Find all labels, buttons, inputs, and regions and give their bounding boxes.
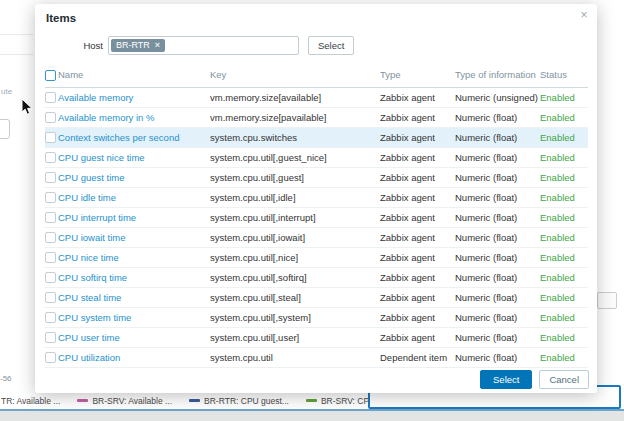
row-checkbox[interactable] — [45, 232, 56, 243]
table-row[interactable]: Available memory vm.memory.size[availabl… — [45, 87, 588, 107]
item-info: Numeric (float) — [455, 332, 517, 343]
select-all-checkbox[interactable] — [45, 70, 56, 81]
status-badge: Enabled — [540, 212, 575, 223]
host-select-button[interactable]: Select — [308, 36, 354, 55]
item-key: system.cpu.util[,iowait] — [210, 232, 305, 243]
item-key: system.cpu.util[,interrupt] — [210, 212, 316, 223]
table-row[interactable]: CPU idle time system.cpu.util[,idle] Zab… — [45, 187, 588, 207]
item-type: Zabbix agent — [380, 252, 435, 263]
row-checkbox[interactable] — [45, 352, 56, 363]
table-row[interactable]: CPU user time system.cpu.util[,user] Zab… — [45, 327, 588, 347]
table-row[interactable]: CPU nice time system.cpu.util[,nice] Zab… — [45, 247, 588, 267]
item-key: system.cpu.util — [210, 352, 273, 363]
item-type: Zabbix agent — [380, 172, 435, 183]
table-row[interactable]: Available memory in % vm.memory.size[pav… — [45, 107, 588, 127]
background-divider — [0, 54, 33, 55]
item-type: Zabbix agent — [380, 332, 435, 343]
legend-item: BR-RTR: CPU guest... — [189, 396, 289, 406]
host-row: Host BR-RTR × Select — [35, 35, 597, 55]
item-type: Zabbix agent — [380, 212, 435, 223]
modal-title: Items — [46, 12, 76, 24]
legend-item: TR: Available ... — [1, 396, 60, 406]
table-header-row: Name Key Type Type of information Status — [45, 64, 588, 87]
row-checkbox[interactable] — [45, 152, 56, 163]
row-checkbox[interactable] — [45, 312, 56, 323]
item-name-link[interactable]: CPU nice time — [58, 252, 119, 263]
background-text-fragment: -56 — [0, 374, 12, 383]
table-row[interactable]: CPU utilization system.cpu.util Dependen… — [45, 347, 588, 367]
modal-footer: Select Cancel — [480, 370, 589, 389]
row-checkbox[interactable] — [45, 92, 56, 103]
row-checkbox[interactable] — [45, 292, 56, 303]
close-icon[interactable]: × — [576, 7, 592, 23]
item-type: Zabbix agent — [380, 132, 435, 143]
table-row[interactable]: CPU guest time system.cpu.util[,guest] Z… — [45, 167, 588, 187]
status-badge: Enabled — [540, 132, 575, 143]
item-key: vm.memory.size[available] — [210, 92, 321, 103]
item-type: Zabbix agent — [380, 92, 435, 103]
item-info: Numeric (float) — [455, 272, 517, 283]
item-key: vm.memory.size[pavailable] — [210, 112, 327, 123]
status-badge: Enabled — [540, 252, 575, 263]
item-key: system.cpu.util[,user] — [210, 332, 299, 343]
status-badge: Enabled — [540, 332, 575, 343]
status-badge: Enabled — [540, 292, 575, 303]
item-info: Numeric (float) — [455, 212, 517, 223]
item-name-link[interactable]: CPU guest nice time — [58, 152, 145, 163]
cancel-button[interactable]: Cancel — [539, 370, 589, 389]
item-info: Numeric (float) — [455, 252, 517, 263]
item-key: system.cpu.util[,softirq] — [210, 272, 307, 283]
tag-remove-icon[interactable]: × — [155, 40, 160, 50]
background-divider — [0, 34, 33, 35]
item-type: Zabbix agent — [380, 152, 435, 163]
select-button[interactable]: Select — [480, 370, 532, 389]
item-info: Numeric (float) — [455, 172, 517, 183]
status-badge: Enabled — [540, 92, 575, 103]
item-type: Zabbix agent — [380, 292, 435, 303]
row-checkbox[interactable] — [45, 272, 56, 283]
legend-color-dash-icon — [306, 399, 317, 402]
host-input[interactable]: BR-RTR × — [108, 36, 299, 55]
status-badge: Enabled — [540, 312, 575, 323]
item-name-link[interactable]: CPU user time — [58, 332, 120, 343]
table-row[interactable]: Context switches per second system.cpu.s… — [45, 127, 588, 147]
item-name-link[interactable]: CPU interrupt time — [58, 212, 136, 223]
item-name-link[interactable]: Available memory in % — [58, 112, 154, 123]
item-name-link[interactable]: CPU utilization — [58, 352, 120, 363]
status-badge: Enabled — [540, 232, 575, 243]
item-name-link[interactable]: CPU iowait time — [58, 232, 126, 243]
item-name-link[interactable]: CPU guest time — [58, 172, 125, 183]
legend-item: BR-SRV: Available ... — [77, 396, 172, 406]
status-badge: Enabled — [540, 272, 575, 283]
background-button-fragment — [597, 292, 617, 309]
legend-label: TR: Available ... — [1, 396, 60, 406]
row-checkbox[interactable] — [45, 252, 56, 263]
page-footer-area — [0, 411, 624, 421]
table-row[interactable]: CPU steal time system.cpu.util[,steal] Z… — [45, 287, 588, 307]
item-key: system.cpu.util[,idle] — [210, 192, 296, 203]
table-row[interactable]: CPU softirq time system.cpu.util[,softir… — [45, 267, 588, 287]
item-info: Numeric (unsigned) — [455, 92, 538, 103]
item-info: Numeric (float) — [455, 112, 517, 123]
row-checkbox[interactable] — [45, 112, 56, 123]
row-checkbox[interactable] — [45, 212, 56, 223]
table-row[interactable]: CPU interrupt time system.cpu.util[,inte… — [45, 207, 588, 227]
table-row[interactable]: CPU iowait time system.cpu.util[,iowait]… — [45, 227, 588, 247]
row-checkbox[interactable] — [45, 192, 56, 203]
item-type: Zabbix agent — [380, 272, 435, 283]
item-name-link[interactable]: CPU softirq time — [58, 272, 127, 283]
item-name-link[interactable]: Context switches per second — [58, 132, 179, 143]
item-key: system.cpu.util[,guest] — [210, 172, 304, 183]
item-info: Numeric (float) — [455, 232, 517, 243]
row-checkbox[interactable] — [45, 172, 56, 183]
row-checkbox[interactable] — [45, 132, 56, 143]
item-name-link[interactable]: CPU system time — [58, 312, 131, 323]
table-row[interactable]: CPU system time system.cpu.util[,system]… — [45, 307, 588, 327]
item-name-link[interactable]: CPU idle time — [58, 192, 116, 203]
item-name-link[interactable]: Available memory — [58, 92, 133, 103]
table-row[interactable]: CPU guest nice time system.cpu.util[,gue… — [45, 147, 588, 167]
item-type: Dependent item — [380, 352, 447, 363]
item-name-link[interactable]: CPU steal time — [58, 292, 121, 303]
row-checkbox[interactable] — [45, 332, 56, 343]
host-tag: BR-RTR × — [111, 39, 165, 52]
